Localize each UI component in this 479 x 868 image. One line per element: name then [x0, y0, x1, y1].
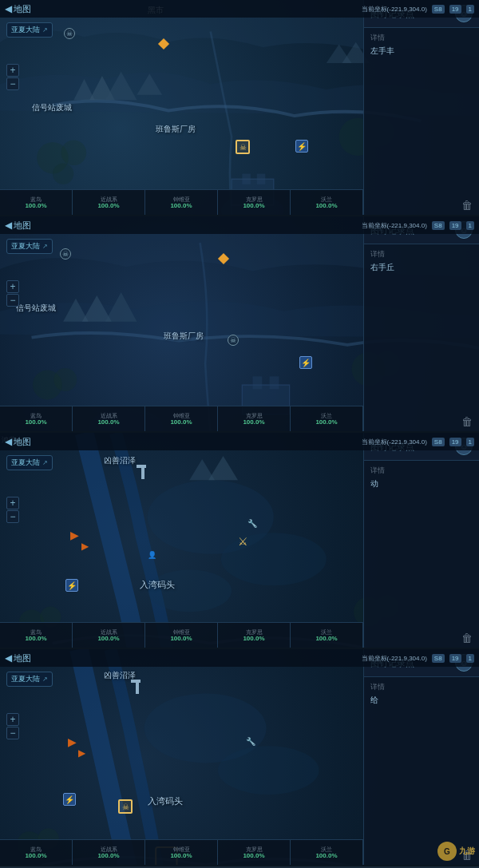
stat-val-kero-2: 100.0% — [243, 419, 264, 426]
back-button-1[interactable]: ◀ — [5, 3, 12, 14]
panel-2: ◀ 地图 当前坐标(-221.9,304.0) S8 19 1 亚夏大陆 ↗ 信… — [0, 216, 479, 433]
badge-1-4: 1 — [466, 654, 474, 663]
stat-name-zhong-3: 钟维亚 — [173, 629, 190, 635]
coord-text-2: 当前坐标(-221.9,304.0) — [362, 221, 427, 230]
stat-name-kero-1: 克罗思 — [246, 196, 263, 202]
stat-name-volan-4: 沃兰 — [321, 846, 332, 852]
zoom-plus-1[interactable]: + — [6, 64, 19, 77]
pin-body-1: 详情 左手丰 — [364, 28, 479, 196]
zoom-plus-4[interactable]: + — [6, 713, 19, 726]
svg-rect-15 — [257, 174, 266, 184]
region-icon-2: ↗ — [42, 243, 48, 250]
stat-val-volan-3: 100.0% — [315, 636, 337, 642]
stat-melee-4: 近战系 100.0% — [73, 840, 145, 865]
marker-diamond-2 — [220, 255, 228, 263]
pin-body-2: 详情 右手丘 — [364, 244, 479, 412]
arrow-marker-4a: ▶ — [68, 735, 77, 748]
region-yaxia-label-3: 亚夏大陆 — [11, 458, 40, 468]
back-button-2[interactable]: ◀ — [5, 220, 12, 231]
region-factory-1: 班鲁斯厂房 — [156, 124, 196, 135]
stat-bird-4: 蓝鸟 100.0% — [0, 840, 73, 865]
zoom-controls-2: + − — [6, 280, 19, 307]
trash-icon-1[interactable]: 🗑 — [461, 199, 473, 212]
person-icon-3a: 🔧 — [247, 519, 257, 528]
zoom-minus-4[interactable]: − — [6, 727, 19, 739]
top-bar-3: ◀ 地图 当前坐标(-221.9,304.0) S8 19 1 — [0, 433, 479, 450]
stat-name-bird-2: 蓝鸟 — [30, 413, 42, 418]
marker-diamond-1 — [160, 40, 168, 48]
stat-kero-3: 克罗思 100.0% — [218, 623, 291, 648]
stat-name-zhong-2: 钟维亚 — [173, 413, 190, 418]
marker-skull-1a: ☠ — [64, 28, 75, 39]
svg-point-10 — [53, 163, 73, 184]
stat-val-melee-3: 100.0% — [97, 636, 119, 642]
stat-val-bird-1: 100.0% — [25, 203, 46, 209]
pin-body-4: 详情 给 — [364, 677, 479, 846]
coords-2: 当前坐标(-221.9,304.0) S8 19 1 — [362, 221, 474, 230]
top-bar-2: ◀ 地图 当前坐标(-221.9,304.0) S8 19 1 — [0, 216, 479, 234]
trash-icon-3[interactable]: 🗑 — [461, 632, 473, 644]
stat-val-zhong-4: 100.0% — [170, 853, 192, 859]
target-box-4: ☠ — [118, 799, 133, 814]
stat-name-bird-3: 蓝鸟 — [30, 629, 42, 635]
marker-skull-2a: ☠ — [60, 248, 71, 260]
zoom-minus-3[interactable]: − — [6, 510, 19, 523]
coord-text-3: 当前坐标(-221.9,304.0) — [362, 438, 427, 446]
zoom-minus-2[interactable]: − — [6, 294, 19, 307]
stat-name-bird-4: 蓝鸟 — [30, 846, 42, 852]
stat-bird-3: 蓝鸟 100.0% — [0, 623, 73, 648]
stats-bar-2: 蓝鸟 100.0% 近战系 100.0% 钟维亚 100.0% 克罗思 100.… — [0, 406, 363, 431]
panel-3: ◀ 地图 当前坐标(-221.9,304.0) S8 19 1 鸿蒙山 亚夏大陆… — [0, 433, 479, 649]
stat-bird-2: 蓝鸟 100.0% — [0, 406, 73, 431]
zoom-minus-1[interactable]: − — [6, 77, 19, 90]
stat-kero-2: 克罗思 100.0% — [218, 406, 291, 431]
badge-19-2: 19 — [449, 221, 461, 230]
pin-detail-value-3: 动 — [370, 478, 473, 489]
badge-1-2: 1 — [466, 221, 474, 230]
stat-val-bird-2: 100.0% — [25, 419, 46, 426]
zoom-plus-3[interactable]: + — [6, 497, 19, 509]
stat-name-melee-3: 近战系 — [101, 629, 117, 635]
marker-skull-2b: ☠ — [228, 335, 239, 346]
panel-4: ◀ 地图 当前坐标(-221.9,304.0) S8 19 1 亚夏大陆 ↗ 凶… — [0, 649, 479, 866]
coord-text-4: 当前坐标(-221.9,304.0) — [362, 654, 427, 663]
stat-volan-3: 沃兰 100.0% — [291, 623, 363, 648]
marker-combat-3: ⚔ — [238, 535, 248, 548]
stat-zhong-2: 钟维亚 100.0% — [145, 406, 218, 431]
pin-detail-label-4: 详情 — [370, 682, 473, 692]
trash-icon-2[interactable]: 🗑 — [461, 415, 473, 428]
stat-name-volan-1: 沃兰 — [321, 196, 332, 202]
stat-val-zhong-2: 100.0% — [170, 419, 192, 426]
svg-point-9 — [61, 140, 86, 165]
pin-detail-value-1: 左手丰 — [370, 46, 473, 57]
watermark: G 九游 — [437, 842, 475, 861]
stat-melee-2: 近战系 100.0% — [73, 406, 145, 431]
back-button-4[interactable]: ◀ — [5, 652, 12, 664]
stat-val-kero-3: 100.0% — [243, 636, 264, 642]
stat-val-zhong-3: 100.0% — [170, 636, 192, 642]
stat-bird-1: 蓝鸟 100.0% — [0, 190, 73, 215]
region-icon-3: ↗ — [42, 459, 48, 466]
pin-footer-3: 🗑 — [364, 628, 479, 648]
coords-4: 当前坐标(-221.9,304.0) S8 19 1 — [362, 654, 474, 663]
stat-val-melee-2: 100.0% — [97, 419, 119, 426]
stat-val-melee-4: 100.0% — [97, 853, 119, 859]
pin-body-3: 详情 动 — [364, 461, 479, 628]
right-panel-4: 图钉记录点 ☺ 详情 给 🗑 — [363, 649, 479, 865]
zoom-plus-2[interactable]: + — [6, 280, 19, 293]
marker-tower-4 — [134, 680, 141, 683]
map-title-4: 地图 — [14, 652, 31, 664]
top-bar-1: ◀ 地图 当前坐标(-221.9,304.0) S8 19 1 — [0, 0, 479, 18]
region-factory-2: 班鲁斯厂房 — [164, 331, 204, 342]
arrow-marker-3a: ▶ — [70, 529, 79, 541]
back-button-3[interactable]: ◀ — [5, 436, 12, 447]
map-title-3: 地图 — [14, 436, 31, 448]
stat-val-bird-3: 100.0% — [25, 636, 46, 642]
coords-3: 当前坐标(-221.9,304.0) S8 19 1 — [362, 438, 474, 446]
svg-rect-14 — [242, 174, 251, 184]
badge-19-4: 19 — [449, 654, 461, 663]
map-title-1: 地图 — [14, 3, 31, 15]
map-title-2: 地图 — [14, 220, 31, 232]
right-panel-1: 图钉记录点 ☺ 详情 左手丰 🗑 — [363, 0, 479, 215]
svg-point-23 — [53, 368, 77, 391]
